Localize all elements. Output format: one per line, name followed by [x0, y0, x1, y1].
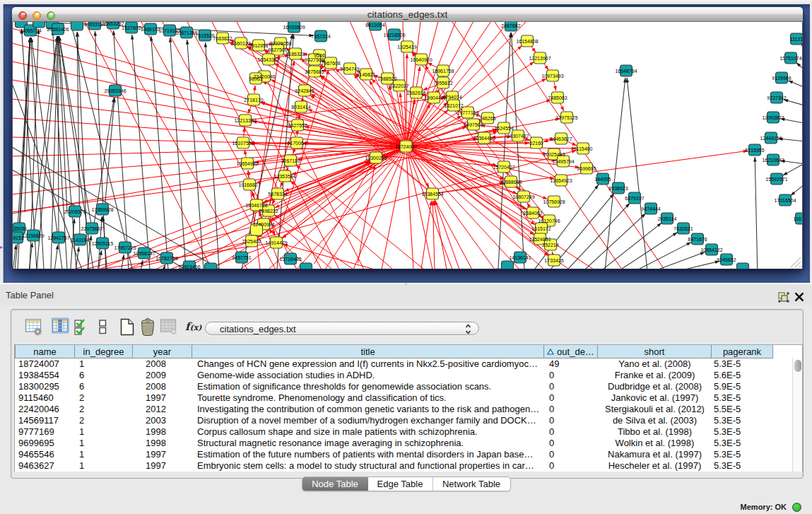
cell-in_degree[interactable]: 6 — [75, 381, 133, 392]
column-header-name[interactable]: name — [15, 345, 75, 358]
graph-node[interactable] — [502, 261, 514, 269]
column-header-title[interactable]: title — [192, 345, 544, 358]
cell-short[interactable]: Tibbo et al. (1998) — [598, 426, 712, 438]
cell-short[interactable]: de Silva et al. (2003) — [598, 415, 712, 426]
cell-out_de[interactable]: 0 — [544, 426, 598, 438]
cell-year[interactable]: 1997 — [133, 449, 192, 460]
cell-short[interactable]: Stergiakouli et al. (2012) — [598, 404, 712, 415]
column-header-short[interactable]: short — [598, 345, 712, 358]
cell-out_de[interactable]: 0 — [544, 449, 598, 460]
cell-short[interactable]: Hescheler et al. (1997) — [598, 460, 712, 472]
table-row[interactable]: 946554611997Estimation of the future num… — [15, 449, 773, 460]
table-source-dropdown[interactable]: citations_edges.txt — [205, 322, 479, 335]
tab-edge-table[interactable]: Edge Table — [368, 477, 433, 491]
cell-short[interactable]: Yano et al. (2008) — [598, 358, 712, 370]
table-row[interactable]: 1830029562008Estimation of significance … — [15, 381, 773, 392]
row-height-icon[interactable] — [94, 317, 112, 337]
tab-node-table[interactable]: Node Table — [302, 477, 368, 491]
cell-pagerank[interactable]: 5.3E-5 — [712, 460, 773, 472]
cell-year[interactable]: 1998 — [133, 438, 192, 449]
cell-out_de[interactable]: 0 — [544, 415, 598, 426]
table-row[interactable]: 969969511998Structural magnetic resonanc… — [15, 438, 773, 449]
column-header-out_de[interactable]: out_de… — [544, 345, 598, 358]
cell-year[interactable]: 2008 — [133, 381, 192, 392]
table-vertical-scrollbar[interactable] — [792, 358, 803, 472]
cell-title[interactable]: Estimation of the future numbers of pati… — [192, 449, 544, 460]
cell-title[interactable]: Structural magnetic resonance image aver… — [192, 438, 544, 449]
cell-short[interactable]: Nakamura et al. (1997) — [598, 449, 712, 460]
cell-pagerank[interactable]: 5.6E-5 — [712, 370, 773, 381]
cell-out_de[interactable]: 0 — [544, 438, 598, 449]
cell-year[interactable]: 1998 — [133, 426, 192, 438]
table-row[interactable]: 977716911998Corpus callosum shape and si… — [15, 426, 773, 438]
cell-short[interactable]: Franke et al. (2009) — [598, 370, 712, 381]
cell-name[interactable]: 9777169 — [15, 426, 75, 438]
cell-in_degree[interactable]: 2 — [75, 392, 133, 404]
cell-in_degree[interactable]: 6 — [75, 370, 133, 381]
cell-pagerank[interactable]: 5.9E-5 — [712, 381, 773, 392]
cell-out_de[interactable]: 0 — [544, 392, 598, 404]
table-row[interactable]: 2242004622012Investigating the contribut… — [15, 404, 773, 415]
tab-network-table[interactable]: Network Table — [433, 477, 510, 491]
cell-title[interactable]: Estimation of significance thresholds fo… — [192, 381, 544, 392]
cell-pagerank[interactable]: 5.5E-5 — [712, 404, 773, 415]
cell-year[interactable]: 2003 — [133, 415, 192, 426]
cell-short[interactable]: Wolkin et al. (1998) — [598, 438, 712, 449]
table-row[interactable]: 1456911722003Disruption of a novel membe… — [15, 415, 773, 426]
cell-in_degree[interactable]: 1 — [75, 426, 133, 438]
cell-title[interactable]: Tourette syndrome. Phenomenology and cla… — [192, 392, 544, 404]
cell-out_de[interactable]: 0 — [544, 460, 598, 472]
new-column-icon[interactable] — [118, 317, 136, 337]
cell-name[interactable]: 19384554 — [15, 370, 75, 381]
cell-title[interactable]: Disruption of a novel member of a sodium… — [192, 415, 544, 426]
scrollbar-thumb[interactable] — [794, 360, 801, 372]
cell-year[interactable]: 2012 — [133, 404, 192, 415]
cell-short[interactable]: Jankovic et al. (1997) — [598, 392, 712, 404]
network-canvas[interactable]: 2405572420691406109331971065328715276026… — [12, 22, 803, 269]
graph-node[interactable] — [33, 22, 45, 28]
cell-name[interactable]: 9463627 — [15, 460, 75, 472]
citation-network-graph[interactable]: 2405572420691406109331971065328715276026… — [13, 22, 802, 269]
cell-title[interactable]: Embryonic stem cells: a model to study s… — [192, 460, 544, 472]
cell-year[interactable]: 1997 — [133, 460, 192, 472]
cell-pagerank[interactable]: 5.3E-5 — [712, 426, 773, 438]
cell-in_degree[interactable]: 1 — [75, 460, 133, 472]
table-row[interactable]: 911546021997Tourette syndrome. Phenomeno… — [15, 392, 773, 404]
cell-out_de[interactable]: 0 — [544, 370, 598, 381]
cell-name[interactable]: 9115460 — [15, 392, 75, 404]
cell-title[interactable]: Changes of HCN gene expression and I(f) … — [192, 358, 544, 370]
table-row[interactable]: 1872400712008Changes of HCN gene express… — [15, 358, 773, 370]
column-header-pagerank[interactable]: pagerank — [712, 345, 773, 358]
delete-column-icon[interactable] — [139, 317, 157, 337]
cell-in_degree[interactable]: 2 — [75, 415, 133, 426]
cell-pagerank[interactable]: 5.3E-5 — [712, 449, 773, 460]
resize-grip-icon[interactable] — [788, 256, 802, 269]
cell-title[interactable]: Genome-wide association studies in ADHD. — [192, 370, 544, 381]
column-header-year[interactable]: year — [133, 345, 192, 358]
cell-name[interactable]: 14569117 — [15, 415, 75, 426]
cell-in_degree[interactable]: 2 — [75, 404, 133, 415]
panel-collapse-arrow-icon[interactable]: ▸ — [0, 244, 4, 251]
cell-in_degree[interactable]: 1 — [75, 438, 133, 449]
table-row[interactable]: 1938455462009Genome-wide association stu… — [15, 370, 773, 381]
float-window-icon[interactable] — [778, 292, 789, 303]
graph-node[interactable] — [300, 263, 312, 269]
graph-node[interactable] — [71, 22, 83, 30]
cell-year[interactable]: 2009 — [133, 370, 192, 381]
select-columns-icon[interactable] — [73, 317, 92, 337]
cell-name[interactable]: 22420046 — [15, 404, 75, 415]
cell-year[interactable]: 2008 — [133, 358, 192, 370]
graph-node[interactable] — [205, 263, 217, 269]
memory-status-icon[interactable] — [792, 503, 801, 512]
table-row[interactable]: 946362711997Embryonic stem cells: a mode… — [15, 460, 773, 472]
show-columns-icon[interactable] — [52, 317, 70, 337]
cell-name[interactable]: 9699695 — [15, 438, 75, 449]
cell-pagerank[interactable]: 5.3E-5 — [712, 358, 773, 370]
cell-short[interactable]: Dudbridge et al. (2008) — [598, 381, 712, 392]
cell-out_de[interactable]: 49 — [544, 358, 598, 370]
function-builder-icon[interactable]: f(x) — [185, 320, 204, 339]
cell-out_de[interactable]: 0 — [544, 404, 598, 415]
delete-table-icon[interactable] — [160, 317, 178, 337]
cell-in_degree[interactable]: 1 — [75, 358, 133, 370]
cell-title[interactable]: Investigating the contribution of common… — [192, 404, 544, 415]
